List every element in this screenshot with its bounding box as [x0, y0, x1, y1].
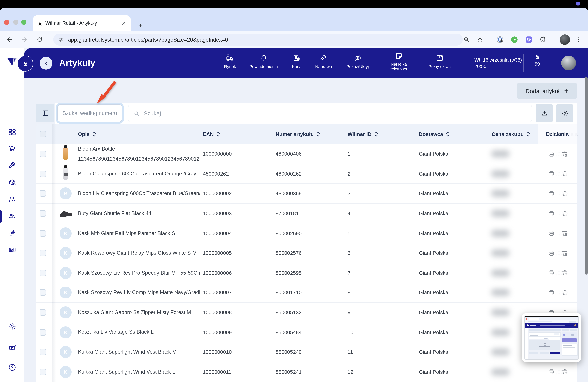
column-header-cena-zakupu[interactable]: Cena zakupu [492, 131, 530, 137]
sidebar-item-repairs[interactable] [0, 157, 24, 173]
header-lock-counter[interactable]: 59 [534, 54, 540, 67]
window-close-button[interactable] [4, 19, 9, 25]
browser-tab[interactable]: § Wilmar Retail - Artykuły ✕ [33, 15, 131, 31]
back-icon[interactable] [6, 36, 13, 43]
print-icon[interactable] [548, 269, 555, 276]
print-icon[interactable] [548, 151, 555, 157]
sidebar-item-help[interactable] [0, 359, 24, 375]
table-settings-button[interactable] [556, 104, 573, 122]
tab-close-icon[interactable]: ✕ [122, 20, 126, 26]
nav-item-rynek[interactable]: Rynek [224, 54, 236, 69]
table-row[interactable]: K Kask Szosowy Rev Liv Comp Mips Matte N… [36, 283, 577, 303]
row-checkbox[interactable] [40, 171, 46, 177]
delete-icon[interactable] [561, 151, 568, 157]
sort-icon[interactable] [446, 132, 449, 137]
row-checkbox[interactable] [40, 349, 46, 355]
table-row[interactable]: Buty Giant Shuttle Flat Black 44 1000000… [36, 204, 577, 224]
page-scrollbar[interactable] [585, 77, 588, 274]
sort-icon[interactable] [217, 132, 220, 137]
select-all-checkbox[interactable] [40, 131, 46, 137]
sidebar-item-cart[interactable] [0, 140, 24, 156]
nav-item-kasa[interactable]: Kasa [292, 54, 302, 69]
zoom-out-icon[interactable] [463, 36, 470, 43]
delete-icon[interactable] [561, 369, 568, 375]
row-checkbox[interactable] [40, 289, 46, 296]
column-header-opis[interactable]: Opis [78, 131, 96, 137]
row-checkbox[interactable] [40, 250, 46, 256]
back-button[interactable]: ‹ [40, 57, 52, 70]
delete-icon[interactable] [561, 250, 568, 257]
sidebar-item-customers[interactable] [0, 191, 24, 207]
table-row[interactable]: K Kask Szosowy Liv Rev Pro Speedy Blur M… [36, 263, 577, 283]
nav-item-naprawa[interactable]: Naprawa [315, 54, 332, 69]
table-row[interactable]: K Koszulka Liv Vantage Ss Black L 100000… [36, 323, 577, 343]
table-row[interactable]: K Kask Mtb Giant Rail Mips Panther Black… [36, 224, 577, 243]
column-header-ean[interactable]: EAN [203, 131, 220, 137]
row-checkbox[interactable] [40, 151, 46, 157]
nav-item-powiadomienia[interactable]: Powiadomienia [249, 54, 278, 69]
print-icon[interactable] [548, 190, 555, 197]
add-article-button[interactable]: Dodaj artykuł + [517, 83, 577, 99]
search-field[interactable] [128, 105, 532, 122]
delete-icon[interactable] [561, 190, 568, 197]
nav-item-naklejka-tekstowa[interactable]: Naklejka tekstowa [391, 52, 407, 71]
user-avatar[interactable] [561, 56, 576, 70]
password-manager-extension-icon[interactable] [496, 36, 504, 43]
sidebar-item-stock-sync[interactable] [0, 225, 24, 241]
session-lock-icon[interactable] [17, 56, 33, 72]
column-header-dostawca[interactable]: Dostawca [419, 131, 449, 137]
reload-icon[interactable] [36, 36, 43, 43]
bookmark-star-icon[interactable] [477, 36, 483, 43]
site-info-icon[interactable] [58, 37, 64, 42]
table-row[interactable]: K Kurtka Giant Superlight Wind Vest Blac… [36, 343, 577, 362]
row-checkbox[interactable] [40, 309, 46, 316]
browser-profile-avatar[interactable] [560, 34, 570, 45]
table-row[interactable]: Bidon Arx Bottle123456789012345678901234… [36, 144, 577, 164]
sort-icon[interactable] [316, 132, 320, 137]
delete-icon[interactable] [561, 171, 568, 177]
search-by-number-input[interactable] [57, 104, 122, 122]
column-header-numer-artykulu[interactable]: Numer artykułu [276, 131, 320, 137]
table-row[interactable]: B Bidon Liv Cleanspring 600Cc Trasparent… [36, 184, 577, 204]
column-header-wilmar-id[interactable]: Wilmar ID [348, 131, 378, 137]
sidebar-item-bikes-active[interactable] [0, 208, 24, 224]
print-icon[interactable] [548, 230, 555, 237]
sidebar-item-store[interactable] [0, 339, 24, 355]
delete-icon[interactable] [561, 230, 568, 237]
print-icon[interactable] [548, 171, 555, 177]
delete-icon[interactable] [561, 269, 568, 276]
row-checkbox[interactable] [40, 369, 46, 375]
print-icon[interactable] [548, 210, 555, 217]
delete-icon[interactable] [561, 289, 568, 296]
table-row[interactable]: K Koszulka Giant Gabbro Ss Zipper Misty … [36, 303, 577, 323]
sidebar-item-returns[interactable] [0, 174, 24, 190]
browser-menu-kebab-icon[interactable] [575, 37, 581, 42]
row-checkbox[interactable] [40, 230, 46, 236]
panel-toggle-button[interactable] [36, 104, 54, 122]
new-tab-button[interactable]: + [136, 22, 145, 30]
sidebar-item-settings[interactable] [0, 318, 24, 334]
play-extension-icon[interactable] [510, 36, 518, 43]
table-row[interactable]: K Kask Rowerowy Giant Relay Mips Gloss W… [36, 243, 577, 263]
sort-icon[interactable] [92, 132, 96, 137]
print-icon[interactable] [548, 250, 555, 257]
address-bar[interactable]: app.giantretailsystem.pl/articles/parts/… [53, 34, 463, 46]
print-icon[interactable] [548, 289, 555, 296]
sort-icon[interactable] [526, 132, 530, 137]
row-checkbox[interactable] [40, 329, 46, 335]
sidebar-item-statistics[interactable] [0, 242, 24, 258]
window-maximize-button[interactable] [21, 19, 26, 25]
screen-preview-thumbnail[interactable] [522, 313, 581, 362]
table-row[interactable]: K Kurtka Giant Superlight Wind Vest Blac… [36, 362, 577, 382]
delete-icon[interactable] [561, 210, 568, 217]
table-row[interactable]: Bidon Cleanspring 600Cc Trasparent Orang… [36, 164, 577, 184]
asterisk-extension-icon[interactable] [525, 36, 533, 43]
row-checkbox[interactable] [40, 191, 46, 197]
row-checkbox[interactable] [40, 270, 46, 276]
print-icon[interactable] [548, 369, 555, 375]
search-input[interactable] [144, 110, 532, 117]
export-download-button[interactable] [536, 104, 553, 122]
nav-item-pelny-ekran[interactable]: Pełny ekran [429, 54, 451, 69]
sidebar-item-dashboard[interactable] [0, 124, 24, 140]
nav-item-pokaz-ukryj[interactable]: Pokaż/Ukryj [346, 54, 369, 69]
